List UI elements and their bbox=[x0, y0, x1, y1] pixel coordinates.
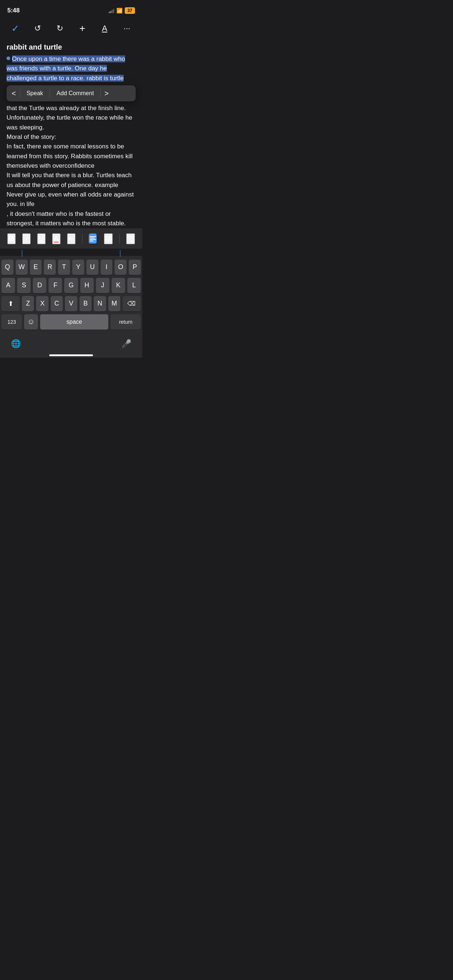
signal-icon bbox=[109, 8, 114, 13]
editor-toolbar: ✓ ↺ ↻ + A ··· bbox=[0, 18, 142, 39]
svg-rect-0 bbox=[90, 236, 96, 237]
microphone-icon[interactable]: 🎤 bbox=[121, 339, 131, 348]
globe-icon[interactable]: 🌐 bbox=[11, 339, 21, 348]
key-t[interactable]: T bbox=[58, 259, 70, 275]
bold-button[interactable]: B bbox=[7, 233, 16, 244]
list-button[interactable] bbox=[126, 233, 135, 244]
format-toolbar: B I U A ✏ bbox=[0, 229, 142, 249]
align-left-button[interactable] bbox=[89, 233, 97, 244]
svg-rect-6 bbox=[105, 239, 112, 240]
svg-rect-13 bbox=[129, 240, 134, 241]
key-g[interactable]: G bbox=[64, 278, 78, 293]
document-title: rabbit and turtle bbox=[6, 43, 136, 51]
cursor-line-1 bbox=[22, 250, 22, 257]
key-a[interactable]: A bbox=[2, 278, 15, 293]
context-menu: < Speak Add Comment > bbox=[6, 85, 136, 101]
home-indicator bbox=[0, 352, 142, 358]
key-y[interactable]: Y bbox=[72, 259, 84, 275]
context-menu-divider-3 bbox=[100, 89, 100, 98]
context-menu-prev[interactable]: < bbox=[9, 88, 19, 99]
highlight-button[interactable]: ✏ bbox=[67, 233, 75, 244]
key-d[interactable]: D bbox=[33, 278, 46, 293]
key-b[interactable]: B bbox=[80, 296, 91, 311]
underline-button[interactable]: U bbox=[37, 233, 46, 244]
signal-bar-4 bbox=[113, 9, 114, 13]
svg-rect-5 bbox=[106, 238, 111, 239]
svg-rect-4 bbox=[105, 236, 112, 237]
space-key[interactable]: space bbox=[40, 314, 109, 329]
key-m[interactable]: M bbox=[108, 296, 120, 311]
key-r[interactable]: R bbox=[44, 259, 56, 275]
key-k[interactable]: K bbox=[112, 278, 125, 293]
keyboard: Q W E R T Y U I O P A S D F G H J K L ⬆ … bbox=[0, 256, 142, 335]
key-n[interactable]: N bbox=[94, 296, 106, 311]
font-button[interactable]: A bbox=[98, 22, 111, 35]
numbers-key[interactable]: 123 bbox=[2, 314, 22, 329]
document-body[interactable]: Once upon a time there was a rabbit who … bbox=[6, 54, 136, 229]
delete-key[interactable]: ⌫ bbox=[123, 296, 141, 311]
key-o[interactable]: O bbox=[115, 259, 126, 275]
key-z[interactable]: Z bbox=[22, 296, 34, 311]
context-menu-divider-1 bbox=[20, 89, 20, 98]
key-i[interactable]: I bbox=[100, 259, 113, 275]
key-j[interactable]: J bbox=[96, 278, 109, 293]
content-area[interactable]: rabbit and turtle Once upon a time there… bbox=[0, 39, 142, 229]
status-bar: 5:48 📶 37 bbox=[0, 0, 142, 18]
svg-rect-12 bbox=[127, 240, 128, 241]
shift-key[interactable]: ⬆ bbox=[2, 296, 20, 311]
svg-rect-11 bbox=[129, 239, 134, 239]
svg-rect-1 bbox=[90, 238, 95, 239]
signal-bar-1 bbox=[109, 12, 110, 13]
key-w[interactable]: W bbox=[16, 259, 28, 275]
undo-button[interactable]: ↺ bbox=[31, 22, 44, 35]
status-time: 5:48 bbox=[7, 7, 20, 14]
key-u[interactable]: U bbox=[86, 259, 99, 275]
signal-bar-2 bbox=[110, 11, 111, 13]
selected-text: Once upon a time there was a rabbit who … bbox=[6, 56, 125, 82]
context-menu-next[interactable]: > bbox=[101, 88, 112, 99]
context-menu-divider-2 bbox=[49, 89, 50, 98]
emoji-key[interactable]: ☺ bbox=[24, 314, 38, 329]
key-f[interactable]: F bbox=[48, 278, 62, 293]
format-divider-1 bbox=[82, 234, 83, 244]
bottom-bar: 🌐 🎤 bbox=[0, 335, 142, 352]
add-comment-button[interactable]: Add Comment bbox=[51, 89, 100, 98]
signal-bar-3 bbox=[112, 10, 113, 13]
keyboard-row-1: Q W E R T Y U I O P bbox=[2, 259, 141, 275]
status-icons: 📶 37 bbox=[109, 7, 135, 14]
key-v[interactable]: V bbox=[65, 296, 77, 311]
body-text-after-selection: that the Turtle was already at the finis… bbox=[6, 105, 134, 227]
return-key[interactable]: return bbox=[110, 314, 141, 329]
redo-button[interactable]: ↻ bbox=[53, 22, 66, 35]
key-h[interactable]: H bbox=[80, 278, 94, 293]
key-x[interactable]: X bbox=[36, 296, 48, 311]
selection-cursor-start bbox=[6, 57, 10, 60]
svg-rect-10 bbox=[127, 239, 128, 239]
svg-rect-9 bbox=[129, 236, 134, 237]
cursor-line-2 bbox=[120, 250, 120, 257]
svg-rect-8 bbox=[127, 236, 128, 237]
keyboard-row-3: ⬆ Z X C V B N M ⌫ bbox=[2, 296, 141, 311]
key-e[interactable]: E bbox=[30, 259, 42, 275]
more-button[interactable]: ··· bbox=[120, 22, 134, 35]
key-q[interactable]: Q bbox=[2, 259, 13, 275]
home-bar bbox=[49, 355, 93, 356]
svg-rect-2 bbox=[90, 239, 96, 240]
cursor-spacer bbox=[0, 249, 142, 256]
svg-rect-3 bbox=[90, 240, 93, 241]
speak-button[interactable]: Speak bbox=[21, 89, 49, 98]
key-c[interactable]: C bbox=[51, 296, 63, 311]
keyboard-row-4: 123 ☺ space return bbox=[2, 314, 141, 329]
svg-rect-7 bbox=[106, 240, 110, 241]
key-s[interactable]: S bbox=[17, 278, 30, 293]
key-l[interactable]: L bbox=[127, 278, 141, 293]
italic-button[interactable]: I bbox=[22, 233, 30, 244]
font-color-button[interactable]: A bbox=[52, 233, 61, 244]
align-center-button[interactable] bbox=[104, 233, 113, 244]
key-p[interactable]: P bbox=[129, 259, 141, 275]
add-button[interactable]: + bbox=[76, 22, 89, 35]
battery-icon: 37 bbox=[125, 7, 135, 14]
check-button[interactable]: ✓ bbox=[9, 22, 22, 35]
format-divider-2 bbox=[119, 234, 120, 244]
keyboard-row-2: A S D F G H J K L bbox=[2, 278, 141, 293]
